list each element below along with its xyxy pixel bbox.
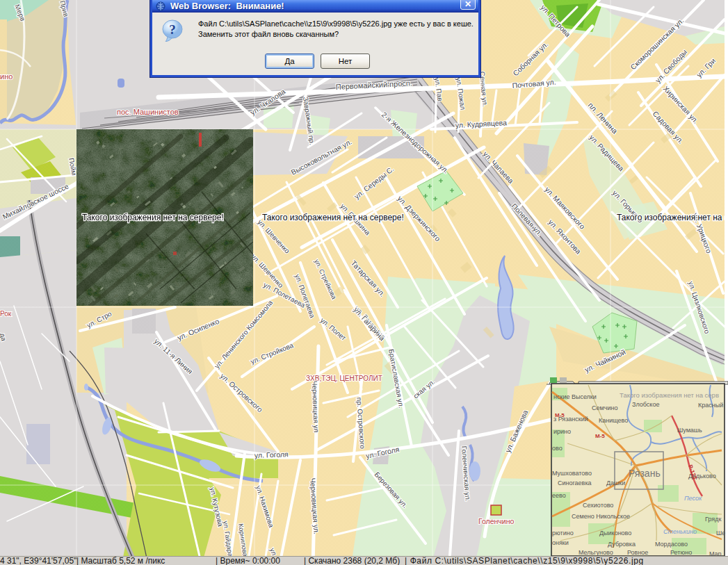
svg-text:Сехиотово: Сехиотово [583, 502, 613, 509]
svg-text:Грядк: Грядк [705, 516, 721, 523]
svg-text:Дыиконово: Дыиконово [599, 530, 631, 537]
svg-text:Стенькино: Стенькино [663, 528, 697, 535]
svg-text:ирино: ирино [553, 428, 571, 435]
svg-text:Ровное: Ровное [627, 549, 648, 556]
svg-text:Мельгуново: Мельгуново [579, 549, 613, 556]
svg-text:Семчино: Семчино [592, 404, 617, 411]
svg-text:М-5: М-5 [555, 412, 565, 418]
svg-text:Канищево: Канищево [599, 417, 628, 424]
svg-text:еево: еево [552, 492, 566, 499]
svg-text:оняки: оняки [552, 539, 569, 546]
svg-text:Синогаевка: Синогаевка [558, 480, 592, 486]
svg-text:Семено Никольское: Семено Никольское [572, 513, 630, 520]
svg-text:рютино: рютино [552, 530, 574, 537]
svg-text:Ше: Ше [716, 530, 725, 537]
svg-text:Ретюно: Ретюно [670, 549, 692, 556]
svg-text:Дубровка: Дубровка [608, 541, 636, 548]
svg-text:ово: ово [552, 445, 563, 452]
svg-text:нские Выселки: нские Выселки [553, 393, 597, 400]
svg-text:Дашки: Дашки [606, 480, 625, 486]
svg-text:Красный: Красный [698, 402, 723, 409]
svg-text:Мордасово: Мордасово [655, 541, 688, 548]
svg-text:Такого изображения нет на серв: Такого изображения нет на серв [620, 391, 719, 399]
svg-text:Рязань: Рязань [629, 468, 661, 479]
svg-text:Песок: Песок [684, 495, 702, 502]
svg-text:?: ? [169, 22, 176, 37]
svg-text:Такого изображения нет на серв: Такого изображения нет на сервере! [82, 213, 224, 222]
svg-text:Шумашь: Шумашь [677, 427, 702, 434]
svg-text:Мушховатово: Мушховатово [552, 470, 592, 477]
svg-text:Злобское: Злобское [632, 401, 659, 408]
svg-text:М-5: М-5 [595, 433, 605, 439]
